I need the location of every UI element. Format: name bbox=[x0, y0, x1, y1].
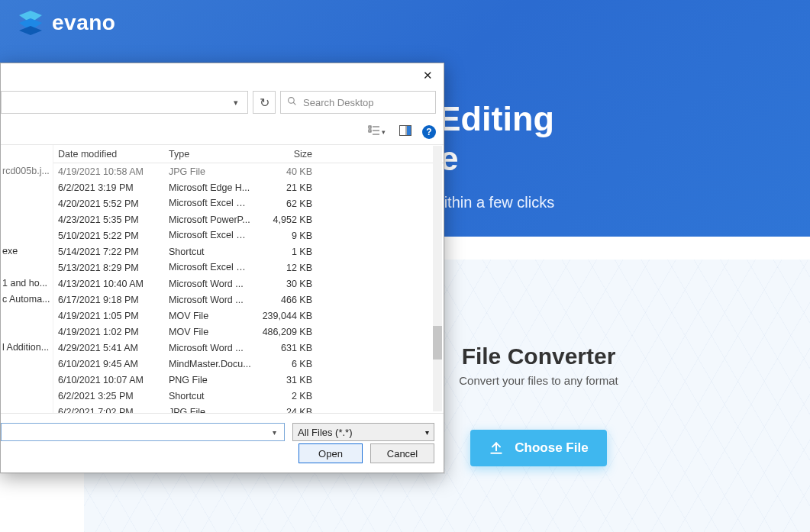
svg-point-0 bbox=[289, 98, 295, 104]
svg-rect-2 bbox=[369, 126, 371, 128]
file-open-dialog: ✕ ▾ ↻ ▾ ? bbox=[0, 63, 444, 473]
breadcrumb-bar[interactable]: ▾ bbox=[1, 91, 248, 114]
upload-icon bbox=[489, 440, 504, 456]
table-row[interactable]: 4/20/2021 5:52 PMMicrosoft Excel 逗...62 … bbox=[53, 195, 444, 211]
dialog-close-button[interactable]: ✕ bbox=[418, 68, 437, 83]
header-type[interactable]: Type bbox=[164, 149, 256, 160]
cell-date: 5/10/2021 5:22 PM bbox=[53, 231, 164, 241]
cell-type: Microsoft Word ... bbox=[164, 343, 256, 353]
cell-size: 6 KB bbox=[256, 359, 317, 369]
refresh-button[interactable]: ↻ bbox=[253, 91, 276, 114]
cell-size: 2 KB bbox=[256, 391, 317, 401]
filter-label: All Files (*.*) bbox=[298, 427, 353, 438]
cell-size: 31 KB bbox=[256, 375, 317, 385]
header-date[interactable]: Date modified bbox=[53, 149, 164, 160]
cell-type: Shortcut bbox=[164, 391, 256, 401]
help-icon: ? bbox=[426, 127, 431, 137]
cell-date: 6/17/2021 9:18 PM bbox=[53, 295, 164, 305]
address-bar-row: ▾ ↻ bbox=[1, 91, 436, 114]
table-row[interactable]: 6/10/2021 9:45 AMMindMaster.Docu...6 KB bbox=[53, 356, 444, 372]
chevron-down-icon[interactable]: ▾ bbox=[267, 428, 281, 437]
chevron-down-icon[interactable]: ▾ bbox=[228, 92, 244, 113]
brand-name: evano bbox=[52, 11, 115, 35]
cell-date: 6/2/2021 3:25 PM bbox=[53, 391, 164, 401]
chevron-down-icon: ▾ bbox=[425, 428, 429, 437]
table-row[interactable]: 6/2/2021 3:19 PMMicrosoft Edge H...21 KB bbox=[53, 179, 444, 195]
cell-size: 21 KB bbox=[256, 182, 317, 193]
cell-type: Microsoft Excel 工... bbox=[164, 229, 256, 242]
search-box[interactable] bbox=[280, 91, 436, 114]
cell-size: 1 KB bbox=[256, 247, 317, 257]
preview-pane-button[interactable] bbox=[396, 124, 415, 140]
table-row[interactable]: 4/19/2021 1:02 PMMOV File486,209 KB bbox=[53, 324, 444, 340]
view-toolbar: ▾ ? bbox=[365, 123, 436, 141]
table-row[interactable]: 4/19/2021 1:05 PMMOV File239,044 KB bbox=[53, 308, 444, 324]
cell-date: 5/13/2021 8:29 PM bbox=[53, 263, 164, 273]
cell-size: 24 KB bbox=[256, 407, 317, 414]
table-row[interactable]: 6/2/2021 7:02 PMJPG File24 KB bbox=[53, 404, 444, 413]
cell-type: Microsoft Excel 工... bbox=[164, 261, 256, 274]
open-button[interactable]: Open bbox=[299, 443, 363, 463]
cancel-button[interactable]: Cancel bbox=[370, 443, 434, 463]
cell-size: 239,044 KB bbox=[256, 311, 317, 321]
choose-file-button[interactable]: Choose File bbox=[470, 430, 606, 466]
cell-type: Microsoft Edge H... bbox=[164, 182, 256, 193]
cell-type: MOV File bbox=[164, 311, 256, 321]
cell-size: 30 KB bbox=[256, 279, 317, 289]
scrollbar-thumb[interactable] bbox=[433, 326, 442, 360]
svg-rect-3 bbox=[369, 130, 371, 132]
cell-size: 62 KB bbox=[256, 198, 317, 209]
cell-type: PNG File bbox=[164, 375, 256, 385]
cell-date: 6/2/2021 3:19 PM bbox=[53, 182, 164, 193]
preview-pane-icon bbox=[399, 125, 411, 139]
list-view-icon bbox=[368, 125, 380, 139]
cell-date: 4/23/2021 5:35 PM bbox=[53, 214, 164, 225]
cell-type: JPG File bbox=[164, 166, 256, 177]
cell-type: Microsoft Word ... bbox=[164, 295, 256, 305]
table-row[interactable]: 6/10/2021 10:07 AMPNG File31 KB bbox=[53, 372, 444, 388]
table-row[interactable]: 5/14/2021 7:22 PMShortcut1 KB bbox=[53, 243, 444, 260]
brand-logo[interactable]: evano bbox=[17, 9, 115, 37]
cell-date: 5/14/2021 7:22 PM bbox=[53, 247, 164, 257]
cell-type: JPG File bbox=[164, 407, 256, 414]
cell-date: 4/20/2021 5:52 PM bbox=[53, 198, 164, 209]
cell-size: 9 KB bbox=[256, 231, 317, 241]
vertical-scrollbar[interactable] bbox=[433, 146, 442, 411]
search-input[interactable] bbox=[303, 97, 429, 108]
cell-size: 40 KB bbox=[256, 166, 317, 177]
logo-icon bbox=[17, 9, 44, 37]
cell-type: Microsoft PowerP... bbox=[164, 214, 256, 225]
cell-type: Microsoft Word ... bbox=[164, 279, 256, 289]
table-row[interactable]: 6/2/2021 3:25 PMShortcut2 KB bbox=[53, 388, 444, 404]
filename-input[interactable]: ▾ bbox=[1, 423, 285, 441]
scrollbar-track[interactable] bbox=[433, 146, 442, 411]
file-list: Date modified Type Size 4/19/2021 10:58 … bbox=[1, 144, 444, 413]
help-button[interactable]: ? bbox=[422, 125, 436, 139]
table-row[interactable]: 4/13/2021 10:40 AMMicrosoft Word ...30 K… bbox=[53, 276, 444, 292]
table-row[interactable]: 6/17/2021 9:18 PMMicrosoft Word ...466 K… bbox=[53, 292, 444, 308]
column-headers[interactable]: Date modified Type Size bbox=[53, 145, 444, 163]
dialog-footer: ▾ All Files (*.*) ▾ Open Cancel bbox=[1, 413, 444, 472]
table-row[interactable]: 4/23/2021 5:35 PMMicrosoft PowerP...4,95… bbox=[53, 211, 444, 227]
cell-date: 4/19/2021 10:58 AM bbox=[53, 166, 164, 177]
svg-rect-9 bbox=[407, 126, 411, 135]
cell-size: 486,209 KB bbox=[256, 327, 317, 337]
svg-line-1 bbox=[293, 102, 295, 105]
header-size[interactable]: Size bbox=[256, 149, 317, 160]
cell-date: 4/13/2021 10:40 AM bbox=[53, 279, 164, 289]
file-type-filter[interactable]: All Files (*.*) ▾ bbox=[292, 423, 434, 441]
cell-size: 12 KB bbox=[256, 263, 317, 273]
cell-type: Microsoft Excel 逗... bbox=[164, 197, 256, 210]
cell-size: 631 KB bbox=[256, 343, 317, 353]
cell-size: 4,952 KB bbox=[256, 214, 317, 225]
table-row[interactable]: 5/13/2021 8:29 PMMicrosoft Excel 工...12 … bbox=[53, 260, 444, 276]
table-row[interactable]: 4/19/2021 10:58 AMJPG File40 KB bbox=[53, 163, 444, 179]
search-icon bbox=[287, 95, 297, 109]
view-mode-button[interactable]: ▾ bbox=[365, 124, 389, 140]
table-row[interactable]: 4/29/2021 5:41 AMMicrosoft Word ...631 K… bbox=[53, 340, 444, 356]
cell-type: MindMaster.Docu... bbox=[164, 359, 256, 369]
cell-type: Shortcut bbox=[164, 247, 256, 257]
close-icon: ✕ bbox=[423, 69, 433, 82]
cell-date: 4/29/2021 5:41 AM bbox=[53, 343, 164, 353]
table-row[interactable]: 5/10/2021 5:22 PMMicrosoft Excel 工...9 K… bbox=[53, 227, 444, 243]
